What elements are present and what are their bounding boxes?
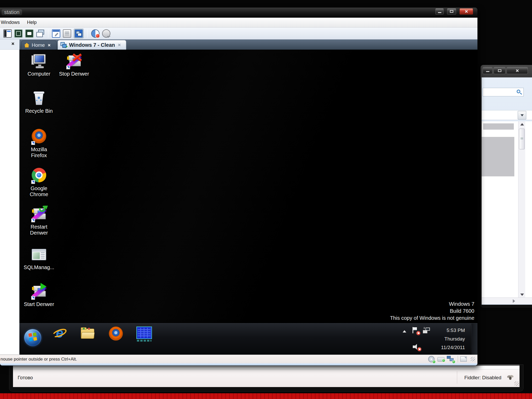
background-browser-window[interactable]: Готово Fiddler: Disabled xyxy=(9,365,523,391)
taskbar-divider xyxy=(470,325,471,353)
muted-badge-icon xyxy=(417,347,421,351)
scrollbar-thumb[interactable] xyxy=(519,129,525,149)
desktop-icon-label: Recycle Bin xyxy=(25,108,53,114)
maximize-button[interactable] xyxy=(447,8,456,15)
power-options-icon[interactable] xyxy=(63,29,71,38)
search-icon[interactable] xyxy=(517,90,520,93)
desktop-icon-recycle-bin[interactable]: Recycle Bin xyxy=(25,90,53,114)
internet-explorer-icon[interactable]: e xyxy=(52,326,67,341)
tray-expand-icon[interactable] xyxy=(403,330,406,332)
resize-grip-icon[interactable] xyxy=(471,357,475,361)
status-divider xyxy=(457,371,457,384)
desktop-icon-label: Google Chrome xyxy=(27,185,51,197)
recycle-bin-icon xyxy=(31,90,47,107)
tab-home[interactable]: Home xyxy=(21,41,57,50)
vm-console[interactable]: Computer Stop Denwer Recycle Bin Mozilla… xyxy=(19,50,477,355)
genuine-line: Windows 7 xyxy=(390,301,474,308)
fiddler-fly-icon[interactable] xyxy=(507,374,514,381)
status-text: Готово xyxy=(18,375,33,381)
scroll-up-button[interactable] xyxy=(518,121,526,127)
network-icon[interactable] xyxy=(423,327,431,335)
vmware-status-bar: nouse pointer outside or press Ctrl+Alt. xyxy=(0,355,477,363)
manage-snapshots-icon[interactable] xyxy=(102,29,110,38)
minimize-button[interactable] xyxy=(435,8,444,15)
connected-badge-icon xyxy=(433,360,435,363)
library-panel-header xyxy=(0,39,19,50)
toolbar-separator xyxy=(48,29,48,38)
cd-drive-icon[interactable] xyxy=(428,356,435,362)
desktop-icon-stop-denwer[interactable]: Stop Denwer xyxy=(58,53,90,77)
vm-settings-icon[interactable] xyxy=(52,29,60,38)
desktop-icon-computer[interactable]: Computer xyxy=(25,53,53,77)
shortcut-arrow-icon xyxy=(31,296,35,300)
hard-disk-icon[interactable] xyxy=(437,356,444,362)
vertical-scrollbar[interactable] xyxy=(518,121,525,297)
console-view-button[interactable] xyxy=(74,29,84,38)
fit-guest-icon[interactable] xyxy=(25,29,34,38)
start-denwer-icon xyxy=(31,284,47,300)
content-placeholder xyxy=(483,123,514,130)
close-tab-icon[interactable] xyxy=(48,44,50,46)
fiddler-status-text[interactable]: Fiddler: Disabled xyxy=(464,375,501,381)
connected-badge-icon xyxy=(442,359,445,362)
volume-muted-icon[interactable] xyxy=(413,344,420,350)
menu-windows[interactable]: Windows xyxy=(0,18,23,27)
title-bar[interactable]: station xyxy=(0,8,477,18)
close-icon xyxy=(465,10,468,13)
close-button[interactable] xyxy=(507,67,528,74)
scroll-down-button[interactable] xyxy=(518,292,526,297)
start-button[interactable] xyxy=(24,329,41,346)
network-adapter-icon[interactable] xyxy=(447,356,454,362)
firefox-taskbar-icon[interactable] xyxy=(109,327,123,341)
console-view-icon xyxy=(75,29,83,38)
desktop-icon-start-denwer[interactable]: Start Denwer xyxy=(21,284,57,307)
background-right-window[interactable] xyxy=(481,65,532,308)
minimize-icon xyxy=(438,12,441,13)
take-snapshot-icon[interactable] xyxy=(91,29,99,38)
firefox-icon xyxy=(31,129,47,145)
dropdown-button[interactable] xyxy=(518,111,526,119)
dropdown-row[interactable] xyxy=(482,110,532,120)
tray-clock[interactable]: 5:53 PM Thursday 11/24/2011 xyxy=(441,326,465,352)
message-panel-icon[interactable] xyxy=(460,356,467,362)
show-desktop-button[interactable] xyxy=(471,323,477,355)
window-title: station xyxy=(2,9,22,15)
desktop-icon-sql-manager[interactable]: SQLManag... xyxy=(22,247,56,270)
horizontal-scrollbar[interactable] xyxy=(482,297,532,304)
connected-badge-icon xyxy=(452,360,455,363)
windows-explorer-icon[interactable] xyxy=(80,327,95,342)
desktop-icon-label: Mozilla Firefox xyxy=(27,147,51,158)
unity-icon[interactable] xyxy=(36,29,44,38)
action-center-icon[interactable] xyxy=(412,327,419,334)
tab-strip: Home Windows 7 - Clean xyxy=(0,39,477,50)
menu-help[interactable]: Help xyxy=(23,18,40,27)
tab-windows7-clean[interactable]: Windows 7 - Clean xyxy=(58,40,126,50)
vmware-window: station Windows Help xyxy=(0,8,477,365)
search-input[interactable] xyxy=(484,89,515,95)
screen: Готово Fiddler: Disabled xyxy=(0,0,532,399)
desktop-icon-restart-denwer[interactable]: Restart Denwer xyxy=(27,206,51,236)
fullscreen-icon[interactable] xyxy=(14,29,23,38)
status-divider xyxy=(458,356,458,362)
search-box[interactable] xyxy=(483,88,524,96)
minimize-button[interactable] xyxy=(483,67,493,74)
desktop-icon-chrome[interactable]: Google Chrome xyxy=(27,167,51,197)
page-content xyxy=(482,121,532,297)
shortcut-arrow-icon xyxy=(31,180,35,184)
toolbar xyxy=(0,28,477,39)
clock-time: 5:53 PM xyxy=(441,326,465,335)
resize-grip-icon[interactable] xyxy=(514,381,519,386)
file-manager-icon[interactable] xyxy=(136,327,151,341)
close-panel-icon[interactable] xyxy=(11,42,15,46)
maximize-button[interactable] xyxy=(494,67,506,74)
library-toggle-icon[interactable] xyxy=(3,29,12,38)
genuine-line: This copy of Windows is not genuine xyxy=(390,315,474,322)
close-tab-icon[interactable] xyxy=(118,43,121,46)
clock-day: Thursday xyxy=(441,335,465,343)
content-placeholder xyxy=(482,137,514,176)
close-button[interactable] xyxy=(460,8,473,15)
sql-manager-icon xyxy=(31,247,47,263)
menu-bar: Windows Help xyxy=(0,18,477,28)
guest-taskbar: e xyxy=(19,323,477,355)
desktop-icon-firefox[interactable]: Mozilla Firefox xyxy=(27,128,51,158)
